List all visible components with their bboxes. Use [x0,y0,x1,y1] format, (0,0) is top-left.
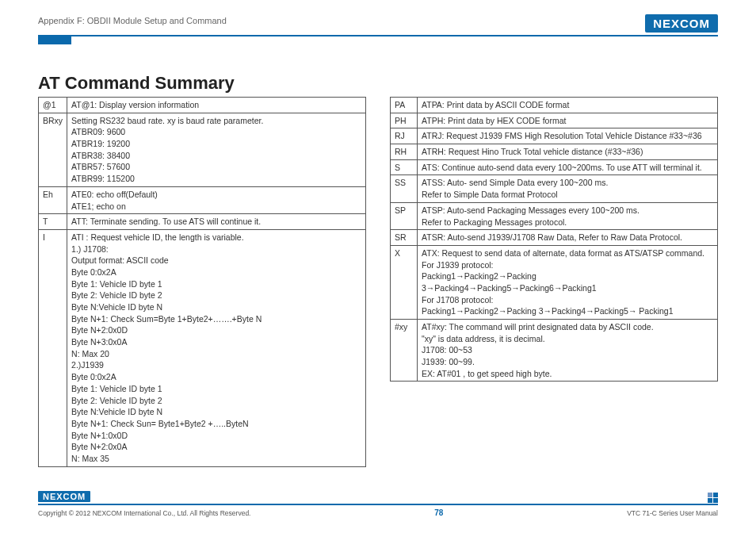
command-cell: Eh [39,186,67,213]
right-column: PAATPA: Print data by ASCII CODE formatP… [390,97,718,467]
page-title: AT Command Summary [38,73,235,94]
command-cell: PH [391,113,418,128]
description-cell: ATI : Request vehicle ID, the length is … [67,229,366,466]
table-row: BRxySetting RS232 baud rate. xy is baud … [39,113,366,186]
table-row: PHATPH: Print data by HEX CODE format [391,113,718,128]
command-table-left: @1AT@1: Display version informationBRxyS… [38,97,366,467]
command-cell: SP [391,202,418,229]
command-cell: #xy [391,320,418,382]
table-row: SSATSS: Auto- send Simple Data every 100… [391,175,718,202]
description-cell: ATRJ: Request J1939 FMS High Resolution … [418,128,718,144]
brand-logo: NEXCOM [645,14,718,33]
footer-divider [38,504,718,505]
table-row: XATX: Request to send data of alternate,… [391,245,718,319]
description-cell: ATSP: Auto-send Packaging Messages every… [418,202,718,229]
table-row: TATT: Terminate sending. To use ATS will… [39,214,366,230]
command-cell: X [391,245,418,319]
command-table-right: PAATPA: Print data by ASCII CODE formatP… [390,97,718,382]
command-cell: SS [391,175,418,202]
description-cell: ATSS: Auto- send Simple Data every 100~2… [418,175,718,202]
table-row: #xyAT#xy: The command will print designa… [391,320,718,382]
footer-manual: VTC 71-C Series User Manual [627,509,718,517]
command-cell: RH [391,144,418,160]
description-cell: AT#xy: The command will print designated… [418,320,718,382]
command-cell: BRxy [39,113,67,186]
footer-logo: NEXCOM [38,491,90,502]
table-row: SPATSP: Auto-send Packaging Messages eve… [391,202,718,229]
command-cell: RJ [391,128,418,144]
table-row: SATS: Continue auto-send data every 100~… [391,159,718,175]
table-row: PAATPA: Print data by ASCII CODE format [391,98,718,113]
footer-copyright: Copyright © 2012 NEXCOM International Co… [38,509,250,517]
table-row: IATI : Request vehicle ID, the length is… [39,229,366,466]
table-row: SRATSR: Auto-send J1939/J1708 Raw Data, … [391,230,718,246]
command-cell: S [391,159,418,175]
page-number: 78 [434,508,443,517]
description-cell: ATT: Terminate sending. To use ATS will … [67,214,366,230]
description-cell: ATSR: Auto-send J1939/J1708 Raw Data, Re… [418,230,718,246]
command-cell: SR [391,230,418,246]
description-cell: ATS: Continue auto-send data every 100~2… [418,159,718,175]
command-cell: PA [391,98,418,113]
command-cell: I [39,229,67,466]
table-row: @1AT@1: Display version information [39,98,366,113]
description-cell: ATX: Request to send data of alternate, … [418,245,718,319]
description-cell: ATPH: Print data by HEX CODE format [418,113,718,128]
page-header: Appendix F: OBDII Module Setup and Comma… [38,14,718,36]
page-footer: NEXCOM Copyright © 2012 NEXCOM Internati… [38,491,718,517]
command-cell: T [39,214,67,230]
description-cell: AT@1: Display version information [67,98,366,113]
content-columns: @1AT@1: Display version informationBRxyS… [38,97,718,467]
section-title: Appendix F: OBDII Module Setup and Comma… [38,14,227,25]
description-cell: Setting RS232 baud rate. xy is baud rate… [67,113,366,186]
description-cell: ATE0: echo off(Default) ATE1; echo on [67,186,366,213]
header-accent [38,36,71,44]
table-row: EhATE0: echo off(Default) ATE1; echo on [39,186,366,213]
left-column: @1AT@1: Display version informationBRxyS… [38,97,366,467]
description-cell: ATRH: Request Hino Truck Total vehicle d… [418,144,718,160]
table-row: RHATRH: Request Hino Truck Total vehicle… [391,144,718,160]
table-row: RJATRJ: Request J1939 FMS High Resolutio… [391,128,718,144]
command-cell: @1 [39,98,67,113]
description-cell: ATPA: Print data by ASCII CODE format [418,98,718,113]
